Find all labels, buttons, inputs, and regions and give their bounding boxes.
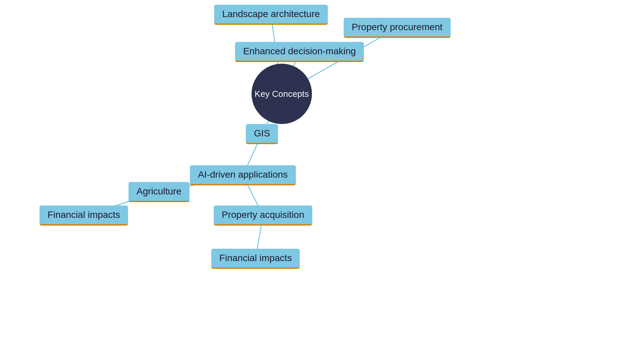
concept-node-landscape[interactable]: Landscape architecture [214, 5, 328, 25]
center-node: Key Concepts [252, 64, 312, 124]
concept-node-financial_impacts_bottom[interactable]: Financial impacts [211, 249, 300, 269]
mind-map-diagram: Key ConceptsLandscape architectureProper… [0, 0, 644, 362]
concept-node-property_procurement[interactable]: Property procurement [344, 18, 451, 38]
concept-node-decision_making[interactable]: Enhanced decision-making [235, 42, 364, 62]
concept-node-gis[interactable]: GIS [246, 124, 278, 144]
concept-node-ai_driven[interactable]: AI-driven applications [190, 165, 296, 185]
concept-node-property_acquisition[interactable]: Property acquisition [214, 205, 312, 226]
concept-node-agriculture[interactable]: Agriculture [128, 182, 190, 202]
concept-node-financial_impacts_left[interactable]: Financial impacts [40, 205, 128, 226]
